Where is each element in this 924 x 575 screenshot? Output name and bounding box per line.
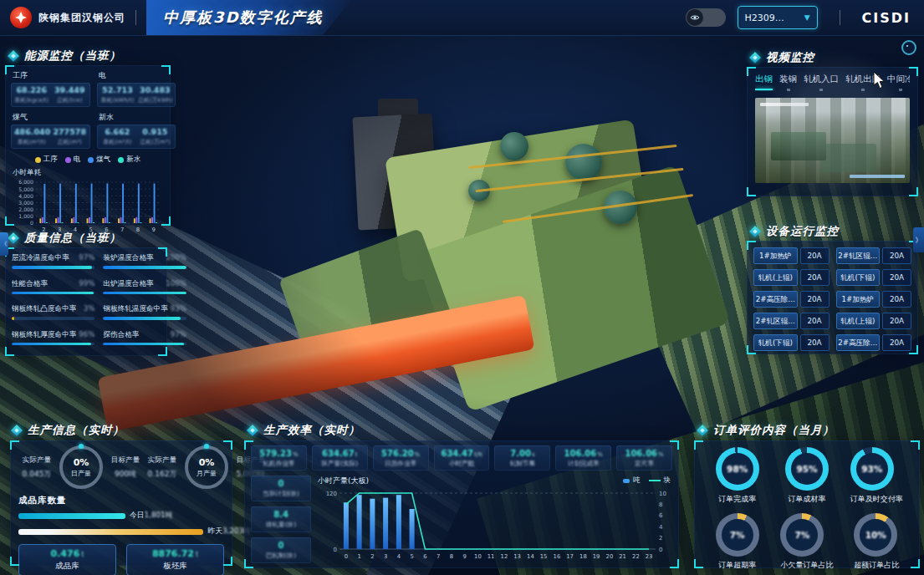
device-name-button[interactable]: 1#加热炉 (836, 291, 881, 308)
device-current-value: 20A (882, 291, 911, 308)
quality-metric: 出炉温度合格率100% (103, 279, 186, 295)
device-row: 轧机(上辊)20A (753, 269, 830, 286)
divider (840, 10, 840, 25)
energy-metric: 68.226单耗(kgce/t) (14, 85, 48, 104)
energy-card: 486.040单耗(m³/t)277578总耗(m³) (11, 125, 90, 149)
inventory-bar-fill (18, 513, 125, 519)
device-row: 轧机(上辊)20A (836, 313, 912, 329)
right-edge-expand-tab[interactable]: 》 (913, 227, 924, 252)
order-kpi-percent: 95% (796, 464, 817, 474)
order-kpi-label: 超额订单占比 (854, 560, 899, 571)
energy-panel: 工序68.226单耗(kgce/t)39.449总耗(tce)电52.713单耗… (5, 65, 171, 226)
device-current-value: 20A (800, 269, 830, 286)
gauge-actual: 实际产量0.162万 (144, 455, 181, 480)
panel-corner-bracket (909, 187, 918, 196)
quality-metric: 钢板终轧凸度命中率3% (12, 304, 94, 320)
warehouse-stat-card: 0.476t成品库 (18, 544, 116, 575)
efficiency-metric-label: 轧制节奏 (510, 460, 535, 468)
gauge-actual: 实际产量0.045万 (18, 455, 55, 480)
device-name-button[interactable]: 2#轧区辊… (753, 313, 798, 329)
order-kpi-hole: 95% (791, 453, 823, 485)
gauge-target-label: 目标产量 (107, 455, 144, 466)
hourly-legend-item[interactable]: 吨 (623, 476, 641, 486)
device-name-button[interactable]: 轧机(下辊) (836, 269, 881, 286)
efficiency-panel-header: 生产效率（实时） (248, 423, 360, 438)
energy-legend-item[interactable]: 新水 (118, 155, 140, 165)
efficiency-metric-tile: 634.47t/h小时产能 (434, 445, 490, 471)
dashboard-root: 陕钢集团汉钢公司 中厚板3D数字化产线 H2309… ▼ CISDI 能源监控（… (0, 0, 924, 575)
quality-metric-label: 钢板终轧凸度命中率 (12, 304, 76, 314)
quality-metric-row: 层流冷温度命中率97% (12, 253, 94, 263)
efficiency-metric-unit: % (415, 451, 421, 458)
shift-dropdown[interactable]: H2309… ▼ (738, 6, 818, 29)
quality-metric-value: 3% (84, 304, 95, 313)
quality-metric-fill (103, 343, 183, 346)
top-bar: 陕钢集团汉钢公司 中厚板3D数字化产线 H2309… ▼ CISDI (0, 0, 924, 35)
quality-metric-value: 97% (79, 253, 94, 262)
quality-metric-fill (103, 317, 180, 320)
device-current-value: 20A (800, 247, 830, 264)
energy-metric: 277578总耗(m³) (52, 127, 86, 146)
quality-metric-track (12, 266, 94, 269)
energy-metric-value: 277578 (52, 127, 86, 136)
energy-legend-item[interactable]: 煤气 (88, 155, 110, 165)
quality-panel-title: 质量信息（当班） (24, 231, 121, 246)
quality-metric-fill (103, 292, 186, 295)
panel-corner-bracket (747, 187, 756, 196)
device-name-button[interactable]: 2#高压除… (836, 334, 881, 351)
device-name-button[interactable]: 轧机(上辊) (753, 269, 798, 286)
energy-metric-unit: 总耗(万m³) (138, 138, 172, 146)
inventory-bar-value: 1,801吨 (145, 511, 173, 519)
production-gauges: 实际产量0.045万0%日产量目标产量900吨实际产量0.162万0%月产量目标… (18, 445, 224, 489)
production-gauge: 实际产量0.045万0%日产量目标产量900吨 (18, 445, 144, 489)
energy-group: 煤气486.040单耗(m³/t)277578总耗(m³) (11, 112, 90, 149)
gauge-ring: 0%日产量 (59, 445, 103, 489)
device-name-button[interactable]: 1#加热炉 (753, 247, 798, 264)
energy-metric-unit: 单耗(m³/t) (14, 138, 48, 146)
gauge-actual-label: 实际产量 (18, 455, 55, 466)
hourly-legend-item[interactable]: 块 (649, 476, 671, 486)
energy-metric: 486.040单耗(m³/t) (14, 127, 48, 146)
device-name-button[interactable]: 轧机(上辊) (836, 313, 881, 329)
order-kpi-hole: 7% (722, 519, 753, 551)
efficiency-metric-label: 计划完成率 (568, 460, 600, 468)
energy-legend-item[interactable]: 电 (65, 155, 81, 165)
order-kpi-percent: 93% (861, 464, 882, 474)
device-name-button[interactable]: 轧机(下辊) (753, 334, 798, 351)
svg-text:10: 10 (659, 491, 666, 497)
gauge-actual-value: 0.162万 (144, 469, 181, 480)
efficiency-metric-label: 定尺率 (635, 460, 654, 468)
energy-metric-unit: 总耗(万kWh) (138, 96, 172, 104)
quality-metric-fill (12, 317, 14, 320)
svg-text:4: 4 (397, 553, 401, 560)
order-kpi-label: 订单成材率 (785, 494, 829, 505)
svg-text:11: 11 (488, 553, 495, 560)
visibility-toggle[interactable] (686, 8, 726, 27)
energy-legend-item[interactable]: 工序 (35, 155, 58, 165)
device-name-button[interactable]: 2#高压除… (753, 291, 798, 308)
efficiency-side-value: 8.4 (273, 510, 288, 519)
order-kpi: 95%订单成材率 (785, 447, 829, 505)
order-kpi-percent: 7% (795, 530, 810, 540)
quality-metric: 探伤合格率97% (103, 330, 186, 346)
order-kpi-percent: 7% (730, 530, 745, 540)
efficiency-metric-unit: % (658, 451, 664, 458)
efficiency-metric-unit: % (597, 451, 603, 458)
efficiency-side-label: 待轧量(块) (266, 521, 296, 529)
efficiency-side-value: 0 (278, 479, 284, 488)
quality-metric-value: 100% (166, 253, 186, 262)
efficiency-metric-value: 7.00s (510, 449, 534, 458)
gauge-target-value: 900吨 (107, 469, 144, 480)
left-edge-collapse-tab[interactable]: 《 (0, 232, 8, 256)
order-kpi-hole: 93% (856, 453, 888, 485)
panel-diamond-icon (697, 425, 707, 435)
device-name-button[interactable]: 2#轧区辊… (836, 247, 881, 264)
gauge-actual-value: 0.045万 (18, 469, 55, 480)
svg-text:21: 21 (619, 553, 626, 560)
device-row: 2#轧区辊…20A (753, 313, 830, 329)
quality-metric-track (12, 317, 94, 320)
efficiency-panel-title: 生产效率（实时） (263, 423, 360, 438)
svg-text:1: 1 (357, 553, 360, 560)
video-options-button[interactable] (901, 40, 916, 55)
energy-metric: 30.483总耗(万kWh) (138, 85, 172, 104)
